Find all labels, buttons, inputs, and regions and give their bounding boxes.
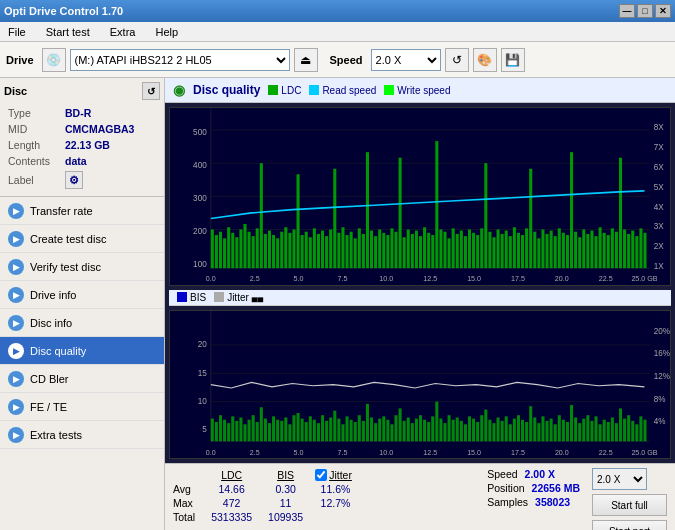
- svg-rect-258: [639, 416, 642, 441]
- svg-rect-170: [280, 421, 283, 441]
- close-button[interactable]: ✕: [655, 4, 671, 18]
- drive-icon-button[interactable]: 💿: [42, 48, 66, 72]
- nav-verify-test-disc[interactable]: ▶ Verify test disc: [0, 253, 164, 281]
- svg-rect-100: [537, 238, 540, 268]
- svg-rect-109: [574, 232, 577, 268]
- jitter-checkbox[interactable]: [315, 469, 327, 481]
- nav-transfer-rate[interactable]: ▶ Transfer rate: [0, 197, 164, 225]
- stats-col-ldc: LDC: [203, 468, 260, 482]
- svg-rect-43: [305, 232, 308, 268]
- verify-test-disc-icon: ▶: [8, 259, 24, 275]
- stats-max-bis: 11: [260, 496, 311, 510]
- svg-text:1X: 1X: [654, 261, 664, 271]
- svg-rect-87: [484, 163, 487, 268]
- speed-select-row: 2.0 X: [592, 468, 667, 490]
- speed-value: 2.00 X: [525, 468, 555, 480]
- disc-refresh-button[interactable]: ↺: [142, 82, 160, 100]
- stats-speed-select[interactable]: 2.0 X: [592, 468, 647, 490]
- nav-disc-quality[interactable]: ▶ Disc quality: [0, 337, 164, 365]
- extra-tests-icon: ▶: [8, 427, 24, 443]
- svg-rect-93: [509, 236, 512, 268]
- svg-rect-237: [554, 424, 557, 441]
- start-full-button[interactable]: Start full: [592, 494, 667, 516]
- svg-rect-227: [513, 418, 516, 441]
- title-bar: Opti Drive Control 1.70 — □ ✕: [0, 0, 675, 22]
- nav-disc-info[interactable]: ▶ Disc info: [0, 309, 164, 337]
- stats-avg-row: Avg 14.66 0.30 11.6%: [173, 482, 360, 496]
- samples-label: Samples: [487, 496, 528, 508]
- svg-rect-216: [468, 416, 471, 441]
- svg-rect-95: [517, 233, 520, 268]
- svg-text:17.5: 17.5: [511, 274, 525, 283]
- nav-extra-tests[interactable]: ▶ Extra tests: [0, 421, 164, 449]
- svg-rect-165: [260, 407, 263, 441]
- svg-rect-115: [599, 227, 602, 268]
- maximize-button[interactable]: □: [637, 4, 653, 18]
- svg-rect-24: [227, 227, 230, 268]
- svg-rect-241: [570, 405, 573, 441]
- disc-label-row: Label ⚙: [6, 170, 158, 190]
- svg-rect-182: [329, 417, 332, 441]
- svg-rect-40: [292, 230, 295, 269]
- svg-rect-70: [415, 231, 418, 269]
- eject-button[interactable]: ⏏: [294, 48, 318, 72]
- svg-text:6X: 6X: [654, 162, 664, 172]
- upper-chart-svg: 500 400 300 200 100 8X 7X 6X 5X 4X 3X 2X…: [170, 108, 670, 285]
- svg-text:25.0 GB: 25.0 GB: [631, 447, 657, 456]
- svg-rect-181: [325, 421, 328, 441]
- speed-label: Speed: [330, 54, 363, 66]
- svg-rect-201: [407, 417, 410, 441]
- nav-cd-bler[interactable]: ▶ CD Bler: [0, 365, 164, 393]
- svg-rect-207: [431, 416, 434, 441]
- svg-rect-243: [578, 423, 581, 441]
- svg-rect-204: [419, 415, 422, 441]
- stats-total-ldc: 5313335: [203, 510, 260, 524]
- svg-rect-153: [211, 418, 214, 441]
- disc-type-row: Type BD-R: [6, 106, 158, 120]
- speed-info: Speed 2.00 X Position 22656 MB Samples 3…: [487, 468, 580, 510]
- svg-rect-193: [374, 423, 377, 441]
- svg-rect-179: [317, 423, 320, 441]
- disc-label-value: ⚙: [63, 170, 158, 190]
- disc-contents-value: data: [63, 154, 158, 168]
- menu-start-test[interactable]: Start test: [42, 24, 94, 40]
- svg-rect-46: [317, 234, 320, 268]
- svg-rect-222: [492, 423, 495, 441]
- nav-create-test-disc[interactable]: ▶ Create test disc: [0, 225, 164, 253]
- legend-read-speed: Read speed: [309, 85, 376, 96]
- svg-rect-68: [407, 230, 410, 269]
- refresh-button[interactable]: ↺: [445, 48, 469, 72]
- svg-rect-117: [607, 235, 610, 268]
- speed-select[interactable]: 2.0 X: [371, 49, 441, 71]
- stats-max-jitter: 12.7%: [311, 496, 360, 510]
- menu-help[interactable]: Help: [151, 24, 182, 40]
- start-part-button[interactable]: Start part: [592, 520, 667, 530]
- disc-label-icon[interactable]: ⚙: [65, 171, 83, 189]
- svg-rect-210: [443, 423, 446, 441]
- svg-rect-188: [354, 422, 357, 441]
- svg-rect-31: [256, 228, 259, 268]
- color-button[interactable]: 🎨: [473, 48, 497, 72]
- svg-rect-49: [329, 230, 332, 269]
- svg-rect-248: [599, 424, 602, 441]
- svg-rect-60: [374, 236, 377, 268]
- svg-rect-203: [415, 418, 418, 441]
- nav-fe-te[interactable]: ▶ FE / TE: [0, 393, 164, 421]
- menu-file[interactable]: File: [4, 24, 30, 40]
- svg-rect-213: [456, 417, 459, 441]
- legend-bis: BIS: [177, 292, 206, 303]
- nav-drive-info[interactable]: ▶ Drive info: [0, 281, 164, 309]
- title-bar-buttons: — □ ✕: [619, 4, 671, 18]
- svg-rect-205: [423, 419, 426, 441]
- nav-disc-quality-label: Disc quality: [30, 345, 86, 357]
- svg-rect-52: [341, 227, 344, 268]
- menu-extra[interactable]: Extra: [106, 24, 140, 40]
- disc-type-label: Type: [6, 106, 61, 120]
- minimize-button[interactable]: —: [619, 4, 635, 18]
- svg-rect-44: [309, 237, 312, 268]
- save-button[interactable]: 💾: [501, 48, 525, 72]
- svg-rect-178: [313, 419, 316, 441]
- svg-text:100: 100: [193, 259, 207, 269]
- transfer-rate-icon: ▶: [8, 203, 24, 219]
- drive-select[interactable]: (M:) ATAPI iHBS212 2 HL05: [70, 49, 290, 71]
